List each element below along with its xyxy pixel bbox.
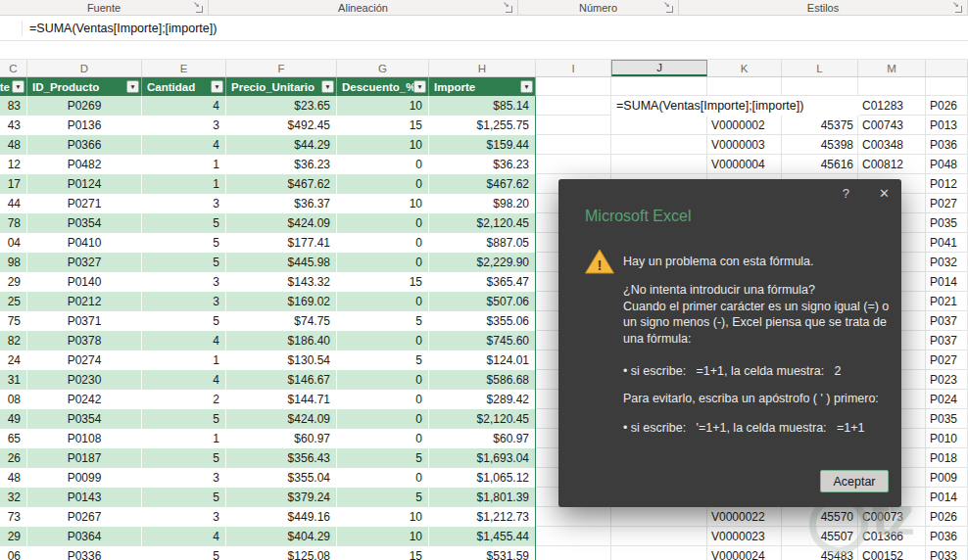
table-cell[interactable]: 48 xyxy=(0,135,27,155)
table-cell[interactable]: $23.65 xyxy=(226,96,337,116)
sheet-cell[interactable] xyxy=(926,77,968,96)
table-cell[interactable]: 4 xyxy=(142,331,226,350)
table-cell[interactable]: 1 xyxy=(142,155,226,174)
table-cell[interactable]: $36.23 xyxy=(226,155,337,174)
table-cell[interactable]: 0 xyxy=(337,233,429,253)
sheet-cell[interactable]: P012 xyxy=(926,174,968,194)
help-icon[interactable]: ? xyxy=(843,186,849,201)
table-cell[interactable]: 75 xyxy=(0,311,27,331)
table-cell[interactable]: $404.29 xyxy=(226,527,337,546)
table-cell[interactable]: $1,455.44 xyxy=(429,527,536,546)
dialog-launcher-icon[interactable]: ↘ xyxy=(504,4,512,13)
sheet-cell[interactable] xyxy=(536,96,611,116)
table-cell[interactable]: $36.23 xyxy=(429,155,536,174)
column-header-E[interactable]: E xyxy=(142,60,226,76)
table-cell[interactable]: 0 xyxy=(337,429,429,448)
table-cell[interactable]: $379.24 xyxy=(226,488,337,507)
table-cell[interactable]: 0 xyxy=(337,468,429,488)
table-cell[interactable]: 29 xyxy=(0,272,27,292)
table-cell[interactable]: 08 xyxy=(0,390,27,409)
table-cell[interactable]: 0 xyxy=(337,390,429,409)
table-cell[interactable]: 15 xyxy=(337,116,429,135)
table-cell[interactable]: 0 xyxy=(337,174,429,194)
table-cell[interactable]: 0 xyxy=(337,213,429,233)
table-cell[interactable]: P0140 xyxy=(27,272,142,292)
table-cell[interactable]: $424.09 xyxy=(226,409,337,429)
sheet-cell[interactable]: 45375 xyxy=(782,116,858,135)
sheet-cell[interactable] xyxy=(611,527,707,546)
table-cell[interactable]: P0136 xyxy=(27,116,142,135)
table-cell[interactable]: $44.29 xyxy=(226,135,337,155)
sheet-cell[interactable]: P036 xyxy=(926,527,968,546)
filter-dropdown-icon[interactable]: ▼ xyxy=(12,80,24,93)
sheet-cell[interactable]: P035 xyxy=(926,213,968,233)
table-cell[interactable]: 48 xyxy=(0,468,27,488)
column-header-M[interactable]: M xyxy=(858,60,926,76)
table-cell[interactable]: $355.06 xyxy=(429,311,536,331)
sheet-cell[interactable]: P021 xyxy=(926,292,968,311)
table-cell[interactable]: $124.01 xyxy=(429,350,536,370)
table-cell[interactable]: P0271 xyxy=(27,194,142,213)
sheet-cell[interactable]: P018 xyxy=(926,448,968,468)
table-cell[interactable]: $745.60 xyxy=(429,331,536,350)
formula-input[interactable]: =SUMA(Ventas[Importe];[importe]) xyxy=(29,22,217,35)
table-cell[interactable]: $1,065.12 xyxy=(429,468,536,488)
sheet-cell[interactable] xyxy=(707,77,782,96)
sheet-cell[interactable]: P026 xyxy=(926,507,968,527)
table-cell[interactable]: $449.16 xyxy=(226,507,337,527)
table-cell[interactable]: P0410 xyxy=(27,233,142,253)
table-cell[interactable]: 31 xyxy=(0,370,27,390)
dialog-launcher-icon[interactable]: ↘ xyxy=(953,4,962,13)
table-cell[interactable]: 73 xyxy=(0,507,27,527)
table-cell[interactable]: 3 xyxy=(142,194,226,213)
table-cell[interactable]: $143.32 xyxy=(226,272,337,292)
table-cell[interactable]: $355.04 xyxy=(226,468,337,488)
table-cell[interactable]: 98 xyxy=(0,253,27,272)
table-cell[interactable]: 24 xyxy=(0,350,27,370)
table-cell[interactable]: $130.54 xyxy=(226,350,337,370)
table-cell[interactable]: $98.20 xyxy=(429,194,536,213)
table-cell[interactable]: 17 xyxy=(0,174,27,194)
table-cell[interactable]: $144.71 xyxy=(226,390,337,409)
sheet-cell[interactable] xyxy=(611,546,707,560)
filter-dropdown-icon[interactable]: ▼ xyxy=(520,80,533,93)
sheet-cell[interactable]: C00812 xyxy=(858,155,926,174)
sheet-cell[interactable]: 45570 xyxy=(782,507,858,527)
sheet-cell[interactable] xyxy=(782,77,858,96)
table-cell[interactable]: P0124 xyxy=(27,174,142,194)
table-cell[interactable]: $507.06 xyxy=(429,292,536,311)
close-icon[interactable]: ✕ xyxy=(879,186,890,201)
table-cell[interactable]: 0 xyxy=(337,253,429,272)
sheet-cell[interactable]: P014 xyxy=(926,272,968,292)
sheet-cell[interactable] xyxy=(536,507,611,527)
sheet-cell[interactable] xyxy=(858,77,926,96)
dialog-launcher-icon[interactable]: ↘ xyxy=(664,4,673,13)
table-cell[interactable]: $2,120.45 xyxy=(429,409,536,429)
table-cell[interactable]: P0230 xyxy=(27,370,142,390)
table-cell[interactable]: $586.68 xyxy=(429,370,536,390)
sheet-cell[interactable]: V0000022 xyxy=(707,507,782,527)
sheet-cell[interactable] xyxy=(536,527,611,546)
sheet-cell[interactable]: C00743 xyxy=(858,116,926,135)
table-cell[interactable]: 5 xyxy=(142,546,226,560)
sheet-cell[interactable] xyxy=(611,507,707,527)
table-cell[interactable]: 4 xyxy=(142,527,226,546)
sheet-cell[interactable]: P035 xyxy=(926,409,968,429)
sheet-cell[interactable]: V0000003 xyxy=(707,135,782,155)
table-cell[interactable]: $424.09 xyxy=(226,213,337,233)
column-header-D[interactable]: D xyxy=(27,60,142,76)
sheet-cell[interactable]: C00152 xyxy=(858,546,926,560)
table-header-cell[interactable]: Cantidad▼ xyxy=(142,77,226,96)
table-cell[interactable]: 83 xyxy=(0,96,27,116)
sheet-cell[interactable]: C01283 xyxy=(858,96,926,116)
filter-dropdown-icon[interactable]: ▼ xyxy=(211,80,223,93)
table-header-cell[interactable]: Importe▼ xyxy=(429,77,536,96)
table-cell[interactable]: $74.75 xyxy=(226,311,337,331)
table-cell[interactable]: 5 xyxy=(142,253,226,272)
sheet-cell[interactable] xyxy=(611,116,707,135)
table-cell[interactable]: 5 xyxy=(337,448,429,468)
table-cell[interactable]: 12 xyxy=(0,155,27,174)
sheet-cell[interactable]: V0000002 xyxy=(707,116,782,135)
table-cell[interactable]: $159.44 xyxy=(429,135,536,155)
table-cell[interactable]: 10 xyxy=(337,135,429,155)
